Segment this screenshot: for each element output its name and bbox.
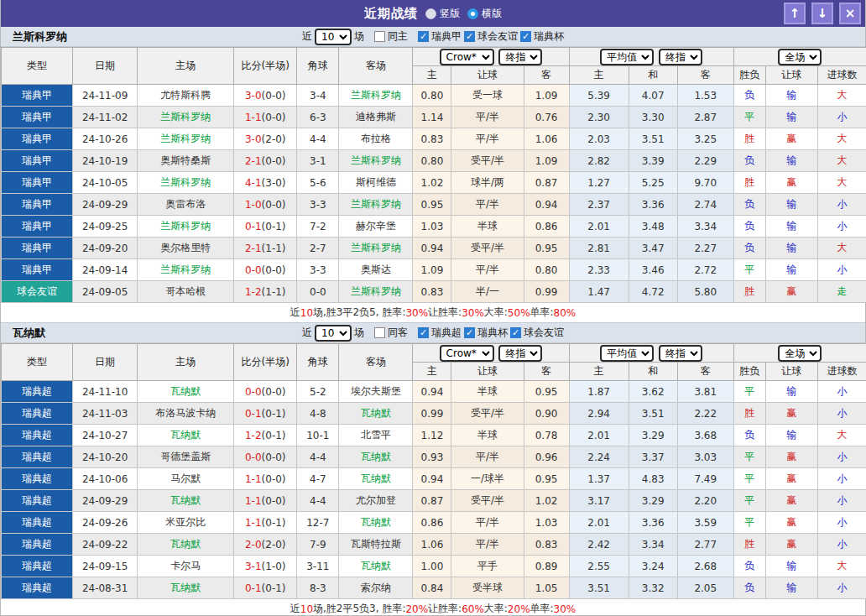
- cell-avg-home: 1.37: [569, 468, 629, 490]
- match-scope-select[interactable]: 全场: [778, 49, 822, 65]
- cell-avg-away: 2.87: [677, 107, 733, 128]
- layout-radio-vertical[interactable]: 竖版: [425, 7, 460, 21]
- cell-avg-away: 3.03: [677, 446, 733, 468]
- summary-text-part: 30%: [405, 307, 428, 319]
- match-row: 瑞典超24-10-20哥德堡盖斯0-0(0-0)4-4瓦纳默0.93平/半0.9…: [2, 446, 866, 468]
- cell-avg-away: 9.70: [677, 172, 733, 194]
- col-header-score: 比分(半场): [234, 344, 297, 381]
- same-venue-label: 同主: [388, 29, 408, 44]
- cell-avg-away: 3.34: [677, 216, 733, 238]
- recent-count-select[interactable]: 10: [315, 29, 352, 45]
- recent-count-select[interactable]: 10: [315, 325, 352, 342]
- cell-away-team: 赫尔辛堡: [339, 216, 413, 238]
- cell-avg-draw: 3.32: [629, 577, 677, 599]
- cell-odds-handicap: 半球: [451, 216, 524, 238]
- cell-corner: 6-3: [297, 107, 339, 128]
- match-row: 瑞典超24-09-15卡尔马3-1(1-0)3-11瓦纳默1.00平手0.892…: [2, 556, 866, 577]
- cell-odds-handicap: 受平/半: [451, 490, 524, 512]
- average-stage-select[interactable]: 终指: [659, 49, 702, 65]
- cell-odds-home: 1.03: [413, 216, 451, 238]
- match-row: 瑞典甲24-10-26兰斯科罗纳3-0(2-0)4-4布拉格0.83平/半1.0…: [2, 128, 866, 150]
- cell-type: 瑞典甲: [2, 150, 73, 172]
- layout-radio-horizontal[interactable]: 横版: [467, 7, 502, 21]
- cell-avg-draw: 3.51: [629, 128, 677, 150]
- cell-home-team: 兰斯科罗纳: [138, 172, 234, 194]
- cell-score: 1-2(1-1): [234, 281, 297, 303]
- cell-result-goals: 大: [817, 425, 866, 446]
- cell-odds-handicap: 平/半: [451, 534, 524, 556]
- cell-avg-home: 2.30: [569, 107, 629, 128]
- cell-corner: 3-3: [297, 194, 339, 216]
- cell-corner: 0-0: [297, 281, 339, 303]
- summary-text-part: 20%: [405, 603, 428, 615]
- same-venue-checkbox[interactable]: [374, 31, 385, 42]
- league-filter-checkbox-1[interactable]: [418, 31, 429, 42]
- scope-select-cell: 全场: [733, 48, 866, 66]
- cell-avg-draw: 4.72: [629, 281, 677, 303]
- cell-result-handicap: 输: [765, 216, 817, 238]
- average-stage-select[interactable]: 终指: [659, 345, 702, 362]
- odds-stage-select[interactable]: 终指: [498, 49, 542, 65]
- cell-score: 0-1(0-1): [234, 403, 297, 425]
- radio-on-icon[interactable]: [467, 8, 478, 19]
- cell-avg-home: 2.24: [569, 446, 629, 468]
- cell-corner: 8-3: [297, 577, 339, 599]
- cell-avg-draw: 4.83: [629, 468, 677, 490]
- cell-result-winloss: 胜: [733, 128, 765, 150]
- average-provider-select[interactable]: 平均值: [600, 345, 654, 362]
- close-button[interactable]: ×: [839, 3, 861, 24]
- league-filter-checkbox-2[interactable]: [464, 327, 475, 338]
- summary-text-part: 场,胜2平5负3, 胜率:: [313, 602, 405, 616]
- cell-result-handicap: 赢: [765, 172, 817, 194]
- cell-odds-home: 0.86: [413, 512, 451, 534]
- cell-score: 0-0(0-0): [234, 259, 297, 281]
- team-section-header-1: 兰斯科罗纳 近 10 场 同主 瑞典甲 球会友谊 瑞典杯: [1, 27, 865, 47]
- col-header-corner: 角球: [297, 344, 339, 381]
- cell-odds-handicap: 受半球: [451, 577, 524, 599]
- odds-stage-select[interactable]: 终指: [498, 345, 542, 362]
- match-row: 瑞典甲24-10-19奥斯特桑斯2-1(0-0)3-1兰斯科罗纳0.80受平/半…: [2, 150, 866, 172]
- league-filter-checkbox-3[interactable]: [520, 31, 531, 42]
- col-header-odds-handicap: 让球: [451, 66, 524, 85]
- cell-date: 24-10-26: [73, 128, 138, 150]
- cell-result-goals: 小: [817, 468, 866, 490]
- match-scope-select[interactable]: 全场: [778, 345, 822, 362]
- cell-result-goals: 小: [817, 577, 866, 599]
- cell-odds-away: 0.78: [524, 425, 569, 446]
- cell-odds-home: 0.80: [413, 85, 451, 107]
- scroll-up-button[interactable]: ↑: [784, 3, 806, 24]
- cell-home-team: 卡尔马: [138, 556, 234, 577]
- col-header-avg-home: 主: [569, 363, 629, 381]
- same-venue-checkbox[interactable]: [374, 327, 385, 338]
- odds-provider-select[interactable]: Crow*: [440, 345, 494, 362]
- cell-result-handicap: 输: [765, 194, 817, 216]
- col-header-handicap-result: 让球: [765, 363, 817, 381]
- cell-date: 24-09-14: [73, 259, 138, 281]
- col-header-date: 日期: [73, 344, 138, 381]
- cell-result-goals: 小: [817, 381, 866, 403]
- scroll-down-button[interactable]: ↓: [811, 3, 833, 24]
- cell-avg-home: 2.01: [569, 216, 629, 238]
- cell-odds-home: 0.94: [413, 238, 451, 259]
- average-provider-select[interactable]: 平均值: [600, 49, 654, 65]
- summary-text-part: 近: [290, 602, 300, 616]
- cell-score: 2-0(2-0): [234, 534, 297, 556]
- same-venue-label: 同客: [388, 326, 408, 340]
- cell-odds-home: 0.83: [413, 128, 451, 150]
- cell-home-team: 奥雷布洛: [138, 194, 234, 216]
- cell-result-handicap: 赢: [765, 446, 817, 468]
- odds-provider-select[interactable]: Crow*: [440, 49, 494, 65]
- cell-date: 24-09-15: [73, 556, 138, 577]
- league-filter-checkbox-1[interactable]: [418, 327, 429, 338]
- league-filter-checkbox-2[interactable]: [464, 31, 475, 42]
- radio-off-icon[interactable]: [425, 8, 436, 19]
- cell-avg-draw: 3.30: [629, 107, 677, 128]
- match-row: 瑞典超24-11-03布洛马波卡纳0-1(0-1)4-8瓦纳默0.99受平/半0…: [2, 403, 866, 425]
- summary-text-part: 近: [290, 305, 300, 320]
- cell-avg-draw: 3.34: [629, 534, 677, 556]
- league-filter-checkbox-3[interactable]: [510, 327, 521, 338]
- cell-avg-home: 2.55: [569, 556, 629, 577]
- cell-corner: 5-6: [297, 172, 339, 194]
- cell-avg-home: 2.01: [569, 425, 629, 446]
- cell-odds-away: 0.95: [524, 381, 569, 403]
